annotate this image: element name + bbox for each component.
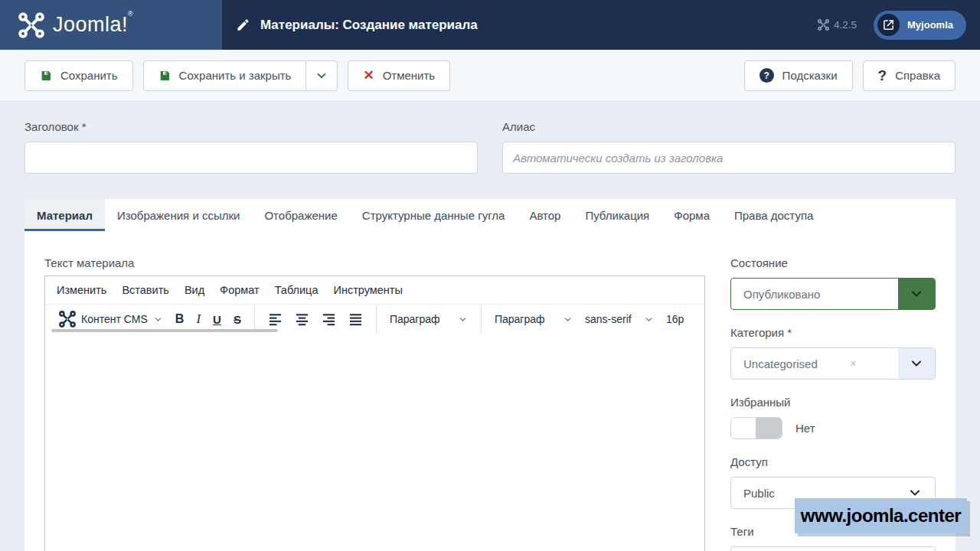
save-close-split-button: Сохранить и закрыть [143, 60, 338, 91]
save-close-button[interactable]: Сохранить и закрыть [143, 60, 307, 91]
cancel-x-icon: ✕ [363, 69, 374, 82]
chevron-down-icon [563, 315, 573, 324]
alias-label: Алиас [502, 120, 956, 133]
external-link-icon [877, 14, 900, 36]
italic-button[interactable]: I [190, 308, 207, 331]
block-style-select[interactable]: Параграф [384, 308, 474, 331]
chevron-down-icon [315, 69, 328, 83]
inline-help-button[interactable]: ? Подсказки [744, 60, 853, 91]
toolbar-separator [376, 305, 377, 334]
tab-content[interactable]: Материал [24, 199, 105, 231]
joomla-version-icon [818, 19, 829, 31]
registered-mark: ® [128, 10, 133, 18]
joomla-brand[interactable]: Joomla!® [0, 0, 222, 50]
category-select[interactable]: Uncategorised × [730, 347, 936, 380]
joomla-logo-icon [18, 12, 44, 38]
save-options-caret-button[interactable] [305, 60, 338, 91]
underline-button[interactable]: U [207, 308, 227, 331]
joomla-version: 4.2.5 [818, 19, 857, 31]
editor-text-area[interactable] [45, 334, 704, 551]
editor-menubar: Изменить Вставить Вид Формат Таблица Инс… [45, 276, 704, 304]
access-label: Доступ [730, 455, 936, 468]
pencil-icon [236, 18, 250, 32]
tags-select[interactable] [730, 546, 936, 551]
align-center-button[interactable] [289, 308, 315, 331]
page-title: Материалы: Создание материала [260, 18, 478, 33]
menu-edit[interactable]: Изменить [50, 280, 113, 300]
tab-bar: Материал Изображения и ссылки Отображени… [24, 199, 956, 231]
cancel-button[interactable]: ✕ Отменить [348, 60, 450, 91]
save-icon [40, 70, 52, 82]
tab-publishing[interactable]: Публикация [573, 199, 662, 231]
save-icon [158, 70, 171, 82]
chevron-down-icon [644, 315, 654, 324]
chevron-down-icon [898, 348, 935, 379]
tab-form[interactable]: Форма [662, 199, 722, 231]
menu-table[interactable]: Таблица [268, 280, 325, 300]
chevron-down-icon [153, 315, 163, 324]
font-size-select[interactable]: 16p [660, 308, 690, 331]
tab-google-structured-data[interactable]: Структурные данные гугла [350, 199, 518, 231]
editor-toolbar: Контент CMS B I U S [45, 304, 704, 334]
myjoomla-button[interactable]: Myjoomla [874, 11, 966, 40]
action-toolbar: Сохранить Сохранить и закрыть ✕ Отменить… [0, 50, 980, 102]
watermark: www.joomla.center [795, 498, 967, 533]
toolbar-separator [481, 305, 482, 334]
menu-insert[interactable]: Вставить [115, 280, 175, 300]
tab-permissions[interactable]: Права доступа [722, 199, 825, 231]
title-label: Заголовок * [24, 120, 478, 133]
main-content: Заголовок * Алиас Материал Изображения и… [0, 102, 980, 551]
brand-wordmark: Joomla!® [53, 13, 133, 37]
tab-options[interactable]: Отображение [252, 199, 349, 231]
chevron-down-icon [458, 315, 468, 324]
featured-label: Избранный [730, 396, 936, 409]
featured-toggle[interactable] [730, 417, 782, 439]
header: Joomla!® Материалы: Создание материала 4… [0, 0, 980, 50]
question-mark-icon: ? [878, 67, 887, 84]
toolbar-scrollbar[interactable] [51, 329, 278, 332]
align-right-button[interactable] [315, 308, 342, 331]
strikethrough-button[interactable]: S [227, 308, 247, 331]
font-family-select[interactable]: sans-serif [579, 308, 660, 331]
alias-input[interactable] [502, 142, 956, 174]
align-left-button[interactable] [262, 308, 289, 331]
chevron-down-icon [898, 279, 935, 309]
title-input[interactable] [24, 142, 478, 174]
joomla-icon [59, 311, 76, 328]
cms-content-button[interactable]: Контент CMS [53, 308, 169, 331]
paragraph-format-select[interactable]: Параграф [488, 308, 579, 331]
bold-button[interactable]: B [169, 308, 191, 331]
remove-item-icon[interactable]: × [850, 357, 865, 370]
save-button[interactable]: Сохранить [24, 60, 133, 91]
status-select[interactable]: Опубликовано [730, 278, 936, 310]
toggle-knob [756, 418, 782, 439]
tinymce-editor: Изменить Вставить Вид Формат Таблица Инс… [44, 276, 705, 551]
tab-images-links[interactable]: Изображения и ссылки [105, 199, 252, 231]
article-text-label: Текст материала [44, 256, 705, 269]
menu-view[interactable]: Вид [178, 280, 211, 300]
tab-author[interactable]: Автор [517, 199, 573, 231]
question-circle-icon: ? [760, 68, 774, 83]
align-justify-button[interactable] [342, 308, 369, 331]
category-label: Категория * [730, 326, 936, 339]
featured-value: Нет [795, 422, 815, 435]
help-button[interactable]: ? Справка [863, 60, 956, 91]
status-label: Состояние [730, 256, 936, 269]
menu-tools[interactable]: Инструменты [326, 280, 409, 300]
menu-format[interactable]: Формат [213, 280, 266, 300]
